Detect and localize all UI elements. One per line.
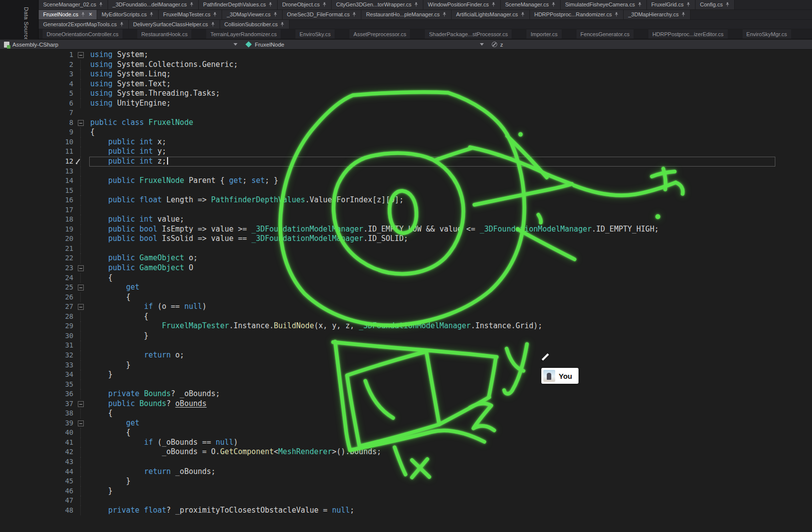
code-line-33[interactable]: 33 }: [0, 360, 812, 370]
code-line-2[interactable]: 2using System.Collections.Generic;: [0, 60, 812, 70]
code-editor[interactable]: 1using System;2using System.Collections.…: [0, 50, 812, 532]
fold-marker[interactable]: [73, 302, 90, 312]
code-line-44[interactable]: 44 return _oBounds;: [0, 467, 812, 477]
pin-icon[interactable]: [99, 2, 103, 7]
code-line-28[interactable]: 28 {: [0, 312, 812, 322]
tab-artificiallightsmanager-cs[interactable]: ArtificialLightsManager.cs: [452, 10, 530, 19]
code-line-17[interactable]: 17: [0, 205, 812, 215]
code-line-25[interactable]: 25 get: [0, 283, 812, 293]
code-line-10[interactable]: 10 public int x;: [0, 137, 812, 147]
tab-config-cs[interactable]: Config.cs: [696, 0, 735, 9]
code-line-16[interactable]: 16 public float Length => PathfinderDept…: [0, 195, 812, 205]
pin-icon[interactable]: [213, 12, 217, 17]
code-line-8[interactable]: 8public class FruxelNode: [0, 118, 812, 128]
code-line-7[interactable]: 7: [0, 108, 812, 118]
fold-marker[interactable]: [73, 399, 90, 409]
fold-marker[interactable]: [73, 118, 90, 128]
pin-icon[interactable]: [681, 12, 686, 17]
code-line-19[interactable]: 19 public bool IsEmpty => value >= _3DFo…: [0, 225, 812, 235]
pin-icon[interactable]: [491, 2, 496, 7]
tab-fencesgenerator-cs[interactable]: FencesGenerator.cs: [577, 29, 634, 39]
pin-icon[interactable]: [725, 2, 730, 7]
code-line-32[interactable]: 32 return o;: [0, 351, 812, 360]
pin-icon[interactable]: [268, 2, 273, 7]
pin-icon[interactable]: [442, 12, 447, 17]
tab-hdrppostproc-randomizer-cs[interactable]: HDRPPostproc...Randomizer.cs: [530, 10, 624, 19]
tab-assetpreprocessor-cs[interactable]: AssetPreprocessor.cs: [349, 29, 410, 39]
tab-droneobject-cs[interactable]: DroneObject.cs: [278, 0, 332, 9]
tab-pathfinderdepthvalues-cs[interactable]: PathfinderDepthValues.cs: [199, 0, 278, 9]
code-line-13[interactable]: 13: [0, 167, 812, 177]
chevron-down-icon[interactable]: [480, 43, 484, 46]
close-icon[interactable]: ×: [89, 11, 92, 17]
code-line-18[interactable]: 18 public int value;: [0, 215, 812, 225]
code-line-23[interactable]: 23 public GameObject O: [0, 263, 812, 273]
code-line-4[interactable]: 4using System.Text;: [0, 79, 812, 89]
pin-icon[interactable]: [81, 12, 85, 17]
data-sources-panel-tab[interactable]: Data Sources: [23, 7, 29, 44]
code-line-5[interactable]: 5using System.Threading.Tasks;: [0, 89, 812, 99]
fold-marker[interactable]: [73, 263, 90, 273]
tab-shaderpackage-stprocessor-cs[interactable]: ShaderPackage...stProcessor.cs: [425, 29, 512, 39]
pin-icon[interactable]: [322, 2, 327, 7]
code-line-46[interactable]: 46 }: [0, 486, 812, 496]
code-line-43[interactable]: 43: [0, 457, 812, 467]
code-line-20[interactable]: 20 public bool IsSolid => value == _3DFo…: [0, 234, 812, 244]
code-line-6[interactable]: 6using UnityEngine;: [0, 99, 812, 109]
pin-icon[interactable]: [414, 2, 418, 7]
code-line-38[interactable]: 38 {: [0, 409, 812, 418]
code-line-37[interactable]: 37 public Bounds? oBounds: [0, 399, 812, 409]
pin-icon[interactable]: [273, 12, 278, 17]
code-line-24[interactable]: 24 {: [0, 273, 812, 283]
tab-3dfoundatio-delmanager-cs[interactable]: _3DFoundatio...delManager.cs: [108, 0, 199, 9]
tab-myeditorscripts-cs[interactable]: MyEditorScripts.cs: [97, 10, 159, 19]
tab-importer-cs[interactable]: Importer.cs: [526, 29, 561, 39]
pin-icon[interactable]: [189, 2, 194, 7]
code-line-30[interactable]: 30 }: [0, 331, 812, 341]
code-line-39[interactable]: 39 get: [0, 418, 812, 428]
tab-fruxelmaptester-cs[interactable]: FruxelMapTester.cs: [159, 10, 222, 19]
code-line-45[interactable]: 45 }: [0, 476, 812, 486]
pin-icon[interactable]: [211, 22, 215, 27]
tab-3dmapviewer-cs[interactable]: _3DMapViewer.cs: [222, 10, 282, 19]
tab-3dmaphierarchy-cs[interactable]: _3DMapHierarchy.cs: [624, 10, 691, 19]
pin-icon[interactable]: [686, 2, 691, 7]
tab-scenemanager-cs[interactable]: SceneManager.cs: [501, 0, 561, 9]
tab-scenemanager-02-cs[interactable]: SceneManager_02.cs: [39, 0, 108, 9]
pin-icon[interactable]: [638, 2, 642, 7]
tab-simulatedfisheyecamera-cs[interactable]: SimulatedFisheyeCamera.cs: [561, 0, 647, 9]
tab-fruxelnode-cs[interactable]: FruxelNode.cs×: [39, 10, 97, 19]
pin-icon[interactable]: [521, 12, 525, 17]
pin-icon[interactable]: [551, 2, 556, 7]
member-dropdown[interactable]: z: [488, 40, 812, 49]
fold-marker[interactable]: [73, 418, 90, 428]
code-line-3[interactable]: 3using System.Linq;: [0, 69, 812, 79]
tab-hdrppostproc-izereditor-cs[interactable]: HDRPPostproc...izerEditor.cs: [648, 29, 728, 39]
tab-envirosky-cs[interactable]: EnviroSky.cs: [295, 29, 335, 39]
tab-windowpositionfinder-cs[interactable]: WindowPositionFinder.cs: [423, 0, 501, 9]
code-line-26[interactable]: 26 {: [0, 293, 812, 302]
code-line-12[interactable]: 12 public int z;: [0, 157, 812, 167]
tab-enviroskymgr-cs[interactable]: EnviroSkyMgr.cs: [743, 29, 791, 39]
code-line-36[interactable]: 36 private Bounds? _oBounds;: [0, 389, 812, 399]
tab-restaurantho-plemanager-cs[interactable]: RestaurantHo...pleManager.cs: [361, 10, 452, 19]
tab-restauranthook-cs[interactable]: RestaurantHook.cs: [137, 29, 192, 39]
tab-fruxelgrid-cs[interactable]: FruxelGrid.cs: [647, 0, 696, 9]
code-line-11[interactable]: 11 public int y;: [0, 147, 812, 157]
chevron-down-icon[interactable]: [233, 43, 237, 46]
type-dropdown[interactable]: FruxelNode: [241, 40, 488, 49]
tab-citygen3dgen-torwrapper-cs[interactable]: CityGen3DGen...torWrapper.cs: [332, 0, 423, 9]
code-line-42[interactable]: 42 _oBounds = O.GetComponent<MeshRendere…: [0, 447, 812, 457]
code-line-31[interactable]: 31: [0, 341, 812, 351]
fold-marker[interactable]: [73, 283, 90, 293]
pin-icon[interactable]: [614, 12, 619, 17]
code-line-15[interactable]: 15: [0, 186, 812, 196]
code-line-41[interactable]: 41 if (_oBounds == null): [0, 438, 812, 448]
code-line-9[interactable]: 9{: [0, 127, 812, 137]
pin-icon[interactable]: [149, 12, 154, 17]
code-line-27[interactable]: 27 if (o == null): [0, 302, 812, 312]
code-line-22[interactable]: 22 public GameObject o;: [0, 253, 812, 263]
pin-icon[interactable]: [280, 22, 285, 27]
code-line-40[interactable]: 40 {: [0, 428, 812, 438]
tab-deliverysurfaceclasshelper-cs[interactable]: DeliverySurfaceClassHelper.cs: [129, 20, 220, 29]
